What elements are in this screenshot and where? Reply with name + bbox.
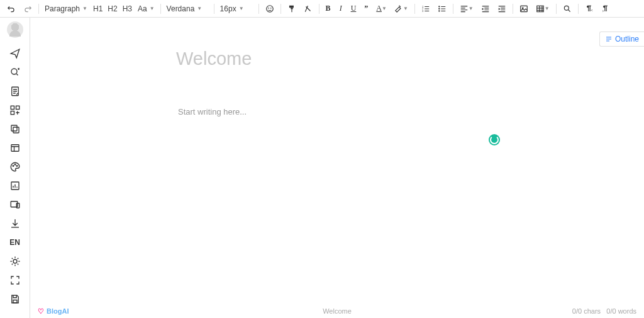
- layout-icon[interactable]: [5, 139, 25, 157]
- editor-canvas[interactable]: Welcome Start writing here...: [30, 18, 644, 318]
- svg-rect-15: [11, 106, 14, 109]
- brightness-icon[interactable]: [5, 252, 25, 271]
- insert-table-button[interactable]: ▼: [533, 3, 553, 15]
- loading-spinner-icon: [489, 134, 500, 145]
- svg-rect-17: [11, 111, 14, 115]
- toolbar-separator: [319, 4, 319, 14]
- svg-point-0: [266, 5, 273, 12]
- toolbar-separator: [556, 4, 557, 14]
- font-family-label: Verdana: [167, 4, 195, 13]
- indent-button[interactable]: [494, 3, 509, 15]
- svg-point-12: [564, 6, 569, 10]
- document-name-status: Welcome: [323, 307, 352, 315]
- font-size-label: 16px: [220, 4, 236, 13]
- toolbar-separator: [578, 4, 579, 14]
- chevron-down-icon: ▼: [403, 6, 408, 11]
- chevron-down-icon: ▼: [545, 6, 550, 11]
- download-icon[interactable]: [5, 214, 25, 233]
- svg-point-7: [439, 8, 440, 9]
- chart-icon[interactable]: [5, 176, 25, 195]
- chevron-down-icon: ▼: [469, 6, 474, 11]
- save-icon[interactable]: [5, 290, 25, 309]
- svg-rect-26: [16, 203, 19, 208]
- emoji-button[interactable]: [262, 3, 277, 15]
- send-icon[interactable]: [5, 44, 25, 63]
- bold-button[interactable]: B: [323, 3, 334, 15]
- outline-label: Outline: [615, 35, 639, 43]
- language-label: EN: [9, 238, 20, 247]
- format-painter-button[interactable]: [284, 3, 299, 15]
- toolbar-separator: [214, 4, 214, 14]
- svg-point-22: [14, 164, 16, 166]
- chevron-down-icon: ▼: [239, 6, 244, 11]
- heading-1-button[interactable]: H1: [91, 4, 104, 13]
- copy-icon[interactable]: [5, 120, 25, 139]
- rtl-button[interactable]: [598, 3, 613, 15]
- search-button[interactable]: [560, 3, 575, 15]
- svg-rect-19: [13, 127, 19, 133]
- quote-button[interactable]: ”: [360, 3, 372, 15]
- redo-button[interactable]: [20, 3, 35, 15]
- heading-2-button[interactable]: H2: [106, 4, 119, 13]
- svg-point-21: [13, 166, 14, 167]
- undo-button[interactable]: [4, 3, 19, 15]
- svg-point-13: [11, 69, 17, 74]
- svg-text:3: 3: [422, 9, 423, 12]
- svg-point-27: [13, 259, 17, 263]
- toolbar-separator: [453, 4, 453, 14]
- ordered-list-button[interactable]: 123: [418, 3, 433, 15]
- outdent-button[interactable]: [478, 3, 493, 15]
- chevron-down-icon: ▼: [382, 6, 387, 11]
- font-size-dropdown[interactable]: 16px▼: [218, 4, 255, 13]
- search-replace-icon[interactable]: [5, 63, 25, 82]
- block-style-label: Paragraph: [45, 4, 80, 13]
- chevron-down-icon: ▼: [82, 6, 87, 11]
- font-family-dropdown[interactable]: Verdana▼: [164, 4, 211, 13]
- clear-format-button[interactable]: [301, 3, 316, 15]
- brand-link[interactable]: ♡ BlogAI: [38, 307, 69, 315]
- text-case-dropdown[interactable]: Aa▼: [135, 4, 157, 13]
- toolbar-separator: [280, 4, 281, 14]
- ltr-button[interactable]: [582, 3, 597, 15]
- italic-button[interactable]: I: [335, 3, 347, 15]
- formatting-toolbar: Paragraph▼ H1 H2 H3 Aa▼ Verdana▼ 16px▼ B…: [0, 0, 644, 18]
- toolbar-separator: [258, 4, 259, 14]
- insert-image-button[interactable]: [516, 3, 531, 15]
- toolbar-separator: [160, 4, 161, 14]
- left-sidebar: EN: [0, 18, 30, 318]
- main-area: EN Welcome Start writing here...: [0, 18, 644, 318]
- document-title-placeholder[interactable]: Welcome: [176, 48, 252, 69]
- svg-point-6: [439, 6, 440, 6]
- unordered-list-button[interactable]: [435, 3, 450, 15]
- palette-icon[interactable]: [5, 157, 25, 176]
- language-button[interactable]: EN: [5, 233, 25, 252]
- toolbar-separator: [414, 4, 415, 14]
- svg-rect-20: [11, 145, 19, 152]
- underline-button[interactable]: U: [348, 3, 360, 15]
- user-avatar[interactable]: [7, 21, 23, 38]
- svg-point-1: [269, 8, 269, 8]
- text-case-label: Aa: [138, 4, 147, 13]
- fullscreen-icon[interactable]: [5, 271, 25, 290]
- toolbar-separator: [38, 4, 39, 14]
- align-left-button[interactable]: ▼: [457, 3, 477, 15]
- svg-rect-16: [16, 106, 19, 109]
- char-word-stats: 0/0 chars 0/0 words: [572, 307, 636, 315]
- font-color-button[interactable]: A▼: [373, 3, 390, 15]
- device-icon[interactable]: [5, 195, 25, 214]
- outline-toggle-button[interactable]: Outline: [599, 31, 644, 47]
- svg-rect-18: [11, 125, 17, 131]
- svg-rect-11: [536, 6, 543, 11]
- chevron-down-icon: ▼: [197, 6, 202, 11]
- svg-point-2: [270, 8, 271, 8]
- svg-point-23: [16, 166, 18, 167]
- heading-3-button[interactable]: H3: [121, 4, 134, 13]
- apps-icon[interactable]: [5, 101, 25, 120]
- highlight-button[interactable]: ▼: [391, 3, 411, 15]
- document-body-placeholder[interactable]: Start writing here...: [178, 107, 247, 116]
- status-bar: ♡ BlogAI Welcome 0/0 chars 0/0 words: [30, 304, 644, 318]
- toolbar-separator: [513, 4, 513, 14]
- note-icon[interactable]: [5, 82, 25, 101]
- chevron-down-icon: ▼: [150, 6, 155, 11]
- block-style-dropdown[interactable]: Paragraph▼: [42, 4, 90, 13]
